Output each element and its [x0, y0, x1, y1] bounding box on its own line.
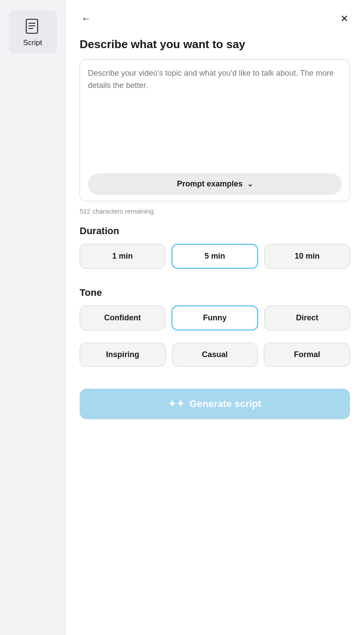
script-icon [23, 17, 42, 36]
sidebar-item-label: Script [23, 39, 42, 47]
tone-confident-button[interactable]: Confident [80, 305, 165, 330]
tone-section: Tone Confident Funny Direct Inspiring Ca… [80, 287, 350, 373]
tone-row-1: Confident Funny Direct [80, 305, 350, 330]
duration-5min-button[interactable]: 5 min [172, 244, 258, 269]
tone-funny-button[interactable]: Funny [172, 305, 258, 330]
tone-formal-button[interactable]: Formal [264, 343, 350, 367]
prompt-examples-label: Prompt examples [177, 179, 242, 189]
tone-label: Tone [80, 287, 350, 298]
generate-script-button[interactable]: ✦✦ Generate script [80, 389, 350, 419]
tone-options: Confident Funny Direct Inspiring Casual … [80, 305, 350, 373]
sparkle-icon: ✦✦ [168, 398, 184, 410]
top-bar: ← ✕ [80, 12, 350, 25]
prompt-examples-button[interactable]: Prompt examples ⌄ [88, 173, 342, 195]
duration-options: 1 min 5 min 10 min [80, 244, 350, 269]
textarea-container: Prompt examples ⌄ [80, 59, 350, 201]
main-panel: ← ✕ Describe what you want to say Prompt… [66, 0, 364, 635]
tone-inspiring-button[interactable]: Inspiring [80, 343, 166, 367]
duration-10min-button[interactable]: 10 min [264, 244, 350, 269]
duration-section: Duration 1 min 5 min 10 min [80, 225, 350, 275]
tone-row-2: Inspiring Casual Formal [80, 343, 350, 367]
tone-casual-button[interactable]: Casual [172, 343, 258, 367]
sidebar-item-script[interactable]: Script [9, 11, 57, 53]
back-button[interactable]: ← [80, 12, 93, 25]
chevron-down-icon: ⌄ [247, 180, 253, 188]
char-count: 512 characters remaining [80, 207, 350, 215]
sidebar: Script [0, 0, 66, 635]
duration-label: Duration [80, 225, 350, 237]
generate-btn-label: Generate script [189, 398, 262, 410]
tone-direct-button[interactable]: Direct [264, 305, 350, 330]
page-title: Describe what you want to say [80, 38, 350, 51]
close-button[interactable]: ✕ [339, 12, 350, 25]
duration-1min-button[interactable]: 1 min [80, 244, 165, 269]
description-input[interactable] [88, 67, 342, 168]
